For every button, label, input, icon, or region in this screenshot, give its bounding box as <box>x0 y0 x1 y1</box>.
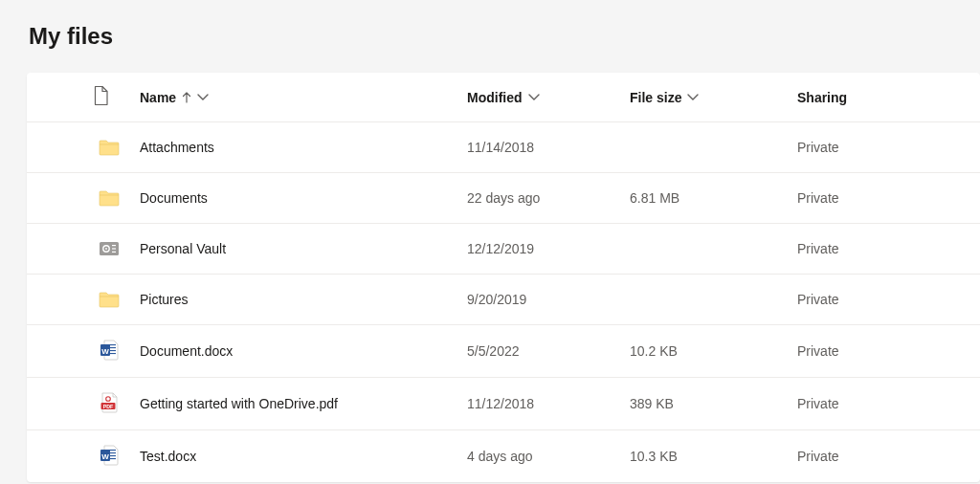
file-sharing[interactable]: Private <box>790 325 980 378</box>
row-select-cell[interactable] <box>27 275 86 325</box>
file-sharing[interactable]: Private <box>790 173 980 224</box>
file-sharing[interactable]: Private <box>790 430 980 483</box>
file-sharing[interactable]: Private <box>790 122 980 173</box>
file-row[interactable]: WDocument.docx5/5/202210.2 KBPrivate <box>27 325 980 378</box>
svg-text:PDF: PDF <box>103 404 114 409</box>
file-table: Name Modified <box>27 73 980 482</box>
row-select-cell[interactable] <box>27 224 86 275</box>
file-name[interactable]: Pictures <box>132 275 459 325</box>
row-select-cell[interactable] <box>27 378 86 430</box>
file-modified: 4 days ago <box>459 430 622 483</box>
file-size: 10.2 KB <box>622 325 790 378</box>
svg-point-2 <box>105 248 107 250</box>
folder-icon <box>86 275 132 325</box>
file-row[interactable]: Attachments11/14/2018Private <box>27 122 980 173</box>
column-header-row: Name Modified <box>27 73 980 122</box>
column-header-sharing-label: Sharing <box>797 90 847 105</box>
svg-rect-4 <box>112 248 116 249</box>
sort-ascending-icon <box>182 92 191 103</box>
file-sharing[interactable]: Private <box>790 224 980 275</box>
column-header-modified[interactable]: Modified <box>459 73 622 122</box>
chevron-down-icon <box>197 94 209 101</box>
pdf-icon: PDF <box>86 378 132 430</box>
file-modified: 9/20/2019 <box>459 275 622 325</box>
file-size: 6.81 MB <box>622 173 790 224</box>
file-row[interactable]: PDFGetting started with OneDrive.pdf11/1… <box>27 378 980 430</box>
file-row[interactable]: Personal Vault12/12/2019Private <box>27 224 980 275</box>
file-name[interactable]: Attachments <box>132 122 459 173</box>
file-modified: 11/14/2018 <box>459 122 622 173</box>
row-select-cell[interactable] <box>27 430 86 483</box>
personal-vault-icon <box>86 224 132 275</box>
file-size: 389 KB <box>622 378 790 430</box>
row-select-cell[interactable] <box>27 122 86 173</box>
row-select-cell[interactable] <box>27 325 86 378</box>
column-header-name[interactable]: Name <box>132 73 459 122</box>
row-select-cell[interactable] <box>27 173 86 224</box>
file-modified: 12/12/2019 <box>459 224 622 275</box>
chevron-down-icon <box>687 94 699 101</box>
file-row[interactable]: Documents22 days ago6.81 MBPrivate <box>27 173 980 224</box>
column-header-sharing[interactable]: Sharing <box>790 73 980 122</box>
file-row[interactable]: WTest.docx4 days ago10.3 KBPrivate <box>27 430 980 483</box>
file-modified: 5/5/2022 <box>459 325 622 378</box>
column-header-size-label: File size <box>630 90 681 105</box>
file-row[interactable]: Pictures9/20/2019Private <box>27 275 980 325</box>
column-select <box>27 73 86 122</box>
file-modified: 11/12/2018 <box>459 378 622 430</box>
file-name[interactable]: Test.docx <box>132 430 459 483</box>
svg-text:W: W <box>101 347 109 356</box>
svg-text:W: W <box>101 452 109 461</box>
file-size <box>622 224 790 275</box>
column-type[interactable] <box>86 73 132 122</box>
document-type-icon <box>94 86 109 105</box>
file-list: Name Modified <box>27 73 980 482</box>
file-name[interactable]: Getting started with OneDrive.pdf <box>132 378 459 430</box>
word-icon: W <box>86 430 132 483</box>
page-title: My files <box>29 23 980 50</box>
column-header-modified-label: Modified <box>467 90 523 105</box>
file-sharing[interactable]: Private <box>790 378 980 430</box>
file-name[interactable]: Documents <box>132 173 459 224</box>
file-name[interactable]: Personal Vault <box>132 224 459 275</box>
folder-icon <box>86 122 132 173</box>
column-header-name-label: Name <box>140 90 176 105</box>
folder-icon <box>86 173 132 224</box>
file-sharing[interactable]: Private <box>790 275 980 325</box>
column-header-size[interactable]: File size <box>622 73 790 122</box>
file-size <box>622 122 790 173</box>
word-icon: W <box>86 325 132 378</box>
chevron-down-icon <box>528 94 540 101</box>
file-size <box>622 275 790 325</box>
file-size: 10.3 KB <box>622 430 790 483</box>
file-name[interactable]: Document.docx <box>132 325 459 378</box>
svg-rect-5 <box>112 252 116 253</box>
svg-rect-3 <box>112 245 116 246</box>
file-modified: 22 days ago <box>459 173 622 224</box>
